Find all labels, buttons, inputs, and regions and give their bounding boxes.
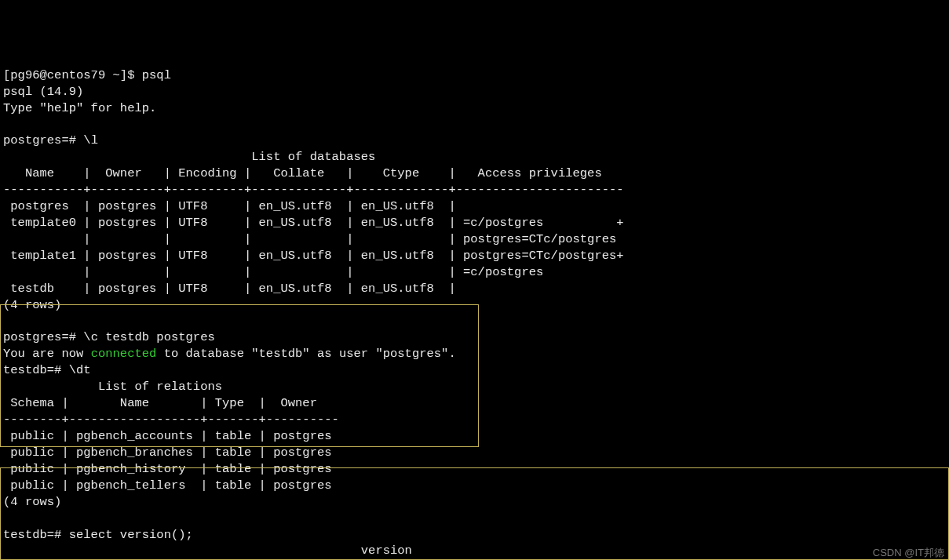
command-psql: psql — [142, 68, 171, 82]
command-dt: \dt — [69, 363, 91, 377]
table-row: public | pgbench_accounts | table | post… — [3, 429, 332, 443]
table-row: public | pgbench_history | table | postg… — [3, 462, 332, 476]
rel-list-title: List of relations — [3, 380, 222, 394]
psql-help-hint: Type "help" for help. — [3, 101, 156, 115]
postgres-prompt: postgres=# — [3, 133, 83, 147]
table-row: public | pgbench_tellers | table | postg… — [3, 478, 332, 493]
table-row: | | | | | postgres=CTc/postgres — [3, 232, 616, 246]
row-count: (4 rows) — [3, 298, 61, 312]
table-row: postgres | postgres | UTF8 | en_US.utf8 … — [3, 199, 463, 213]
connect-msg-pre: You are now — [3, 347, 91, 361]
postgres-prompt: postgres=# — [3, 330, 83, 344]
shell-prompt: [pg96@centos79 ~]$ — [3, 68, 142, 82]
table-row: template0 | postgres | UTF8 | en_US.utf8… — [3, 216, 624, 230]
command-connect: \c testdb postgres — [83, 330, 214, 344]
testdb-prompt: testdb=# — [3, 363, 69, 377]
testdb-prompt: testdb=# — [3, 528, 69, 542]
rel-list-header: Schema | Name | Type | Owner — [3, 396, 339, 410]
version-header: version — [3, 544, 770, 558]
table-row: public | pgbench_branches | table | post… — [3, 445, 332, 460]
command-list-db: \l — [83, 133, 98, 147]
connected-word: connected — [91, 347, 157, 361]
command-version: select version(); — [69, 528, 193, 542]
db-list-title: List of databases — [3, 150, 375, 164]
table-row: template1 | postgres | UTF8 | en_US.utf8… — [3, 249, 624, 263]
table-row: testdb | postgres | UTF8 | en_US.utf8 | … — [3, 282, 463, 296]
db-list-separator: -----------+----------+----------+------… — [3, 183, 624, 197]
db-list-header: Name | Owner | Encoding | Collate | Ctyp… — [3, 166, 624, 180]
row-count: (4 rows) — [3, 495, 61, 509]
table-row: | | | | | =c/postgres — [3, 265, 543, 279]
rel-list-separator: --------+------------------+-------+----… — [3, 413, 339, 427]
psql-banner: psql (14.9) — [3, 85, 83, 99]
connect-msg-post: to database "testdb" as user "postgres". — [156, 347, 455, 361]
watermark: CSDN @IT邦德 — [873, 546, 944, 560]
